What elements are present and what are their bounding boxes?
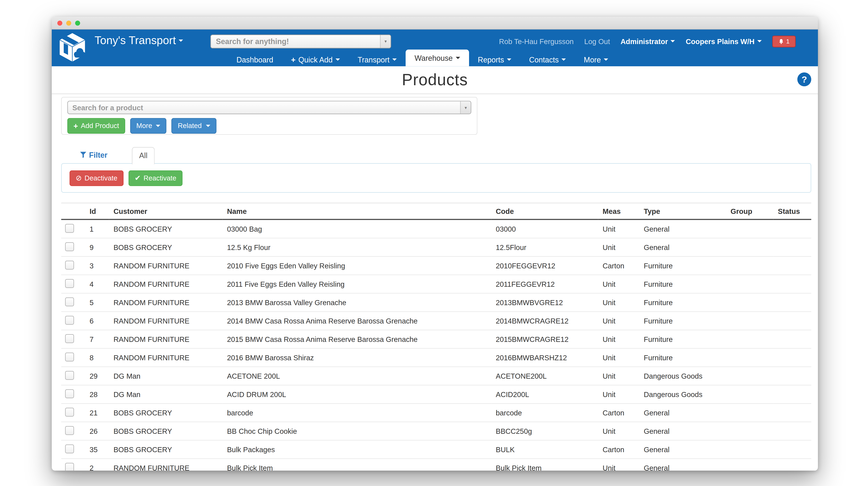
deactivate-button[interactable]: ⊘ Deactivate [69, 170, 124, 186]
nav-item-label: Dashboard [237, 55, 273, 64]
cell-id: 4 [85, 275, 109, 293]
cartoncloud-logo-icon [56, 31, 89, 63]
warehouse-label: Coopers Plains W/H [686, 37, 754, 45]
brand-menu[interactable]: Tony's Transport [95, 34, 183, 47]
filter-toggle-link[interactable]: Filter [80, 150, 107, 159]
nav-item-dashboard[interactable]: Dashboard [228, 53, 282, 66]
filter-funnel-icon [80, 151, 86, 158]
row-checkbox-cell [61, 367, 85, 385]
nav-item-more[interactable]: More [575, 53, 617, 66]
table-row: 6RANDOM FURNITURE2014 BMW Casa Rossa Ani… [61, 312, 811, 330]
nav-item-warehouse[interactable]: Warehouse [406, 50, 469, 66]
table-row: 4RANDOM FURNITURE2011 Five Eggs Eden Val… [61, 275, 811, 293]
cell-name: 2016 BMW Barossa Shiraz [223, 348, 491, 367]
row-checkbox[interactable] [65, 444, 74, 453]
notifications-button[interactable]: 1 [772, 35, 796, 47]
table-row: 3RANDOM FURNITURE2010 Five Eggs Eden Val… [61, 256, 811, 275]
product-search-panel: Search for a product ▾ + Add Product Mor… [61, 97, 477, 135]
row-checkbox-cell [61, 312, 85, 330]
cell-status [773, 403, 811, 422]
role-menu[interactable]: Administrator [621, 37, 675, 45]
column-header-customer: Customer [109, 203, 223, 220]
search-dropdown-arrow-icon[interactable]: ▾ [380, 35, 391, 48]
row-checkbox[interactable] [65, 407, 74, 417]
row-checkbox[interactable] [65, 463, 74, 471]
table-row: 8RANDOM FURNITURE2016 BMW Barossa Shiraz… [61, 348, 811, 367]
logout-link[interactable]: Log Out [584, 37, 610, 45]
row-checkbox-cell [61, 275, 85, 293]
table-row: 7RANDOM FURNITURE2015 BMW Casa Rossa Ani… [61, 330, 811, 348]
cell-customer: BOBS GROCERY [109, 238, 223, 256]
cell-customer: RANDOM FURNITURE [109, 275, 223, 293]
cell-meas: Unit [598, 330, 639, 348]
cell-status [773, 459, 811, 470]
nav-item-transport[interactable]: Transport [349, 53, 406, 66]
row-checkbox[interactable] [65, 297, 74, 306]
cell-group [726, 385, 773, 403]
cell-status [773, 385, 811, 403]
related-button[interactable]: Related [172, 118, 216, 134]
row-checkbox[interactable] [65, 389, 74, 398]
chevron-down-icon [179, 39, 183, 41]
close-window-button[interactable] [57, 20, 62, 25]
ban-icon: ⊘ [76, 174, 82, 182]
help-button[interactable]: ? [797, 73, 811, 86]
row-checkbox[interactable] [65, 371, 74, 380]
table-row: 35BOBS GROCERYBulk PackagesBULKCartonGen… [61, 440, 811, 459]
warehouse-menu[interactable]: Coopers Plains W/H [686, 37, 762, 45]
cell-status [773, 238, 811, 256]
cell-id: 28 [85, 385, 109, 403]
global-search-input[interactable]: Search for anything! ▾ [210, 34, 391, 49]
column-header-meas: Meas [598, 203, 639, 220]
cell-id: 8 [85, 348, 109, 367]
tab-all[interactable]: All [132, 147, 155, 164]
desktop: Tony's Transport Search for anything! ▾ … [0, 0, 868, 486]
cell-status [773, 348, 811, 367]
nav-item-label: Transport [358, 55, 390, 64]
cell-code: 12.5Flour [491, 238, 598, 256]
row-checkbox[interactable] [65, 352, 74, 361]
cell-group [726, 275, 773, 293]
cell-status [773, 256, 811, 275]
row-checkbox[interactable] [65, 316, 74, 324]
cell-type: Furniture [639, 256, 726, 275]
cell-code: 2010FEGGEVR12 [491, 256, 598, 275]
cell-type: General [639, 440, 726, 459]
nav-item-quick-add[interactable]: +Quick Add [282, 53, 349, 66]
cell-type: Furniture [639, 275, 726, 293]
more-button[interactable]: More [130, 118, 167, 134]
chevron-down-icon [392, 58, 397, 61]
zoom-window-button[interactable] [75, 20, 80, 25]
cell-group [726, 348, 773, 367]
cell-type: Furniture [639, 348, 726, 367]
reactivate-button[interactable]: ✔ Reactivate [128, 170, 183, 186]
cell-code: 2014BMWCRAGRE12 [491, 312, 598, 330]
nav-item-contacts[interactable]: Contacts [520, 53, 575, 66]
cell-id: 21 [85, 403, 109, 422]
product-search-dropdown-arrow-icon[interactable]: ▾ [460, 101, 471, 114]
cell-meas: Unit [598, 459, 639, 470]
row-checkbox[interactable] [65, 334, 74, 343]
filter-label: Filter [89, 150, 107, 159]
minimize-window-button[interactable] [66, 20, 71, 25]
product-search-input[interactable]: Search for a product ▾ [67, 101, 471, 114]
bell-icon [778, 38, 784, 44]
chevron-down-icon [507, 58, 511, 61]
cell-meas: Unit [598, 367, 639, 385]
table-row: 5RANDOM FURNITURE2013 BMW Barossa Valley… [61, 293, 811, 312]
cell-status [773, 330, 811, 348]
nav-item-reports[interactable]: Reports [469, 53, 520, 66]
cell-customer: RANDOM FURNITURE [109, 293, 223, 312]
cell-group [726, 293, 773, 312]
row-checkbox[interactable] [65, 279, 74, 288]
row-checkbox[interactable] [65, 224, 74, 233]
row-checkbox[interactable] [65, 426, 74, 435]
cell-type: General [639, 403, 726, 422]
plus-icon: + [73, 121, 78, 130]
cell-code: Bulk Pick Item [491, 459, 598, 470]
row-checkbox[interactable] [65, 260, 74, 269]
add-product-label: Add Product [81, 122, 119, 130]
cell-name: 2015 BMW Casa Rossa Anima Reserve Baross… [223, 330, 491, 348]
add-product-button[interactable]: + Add Product [67, 118, 125, 134]
row-checkbox[interactable] [65, 242, 74, 251]
